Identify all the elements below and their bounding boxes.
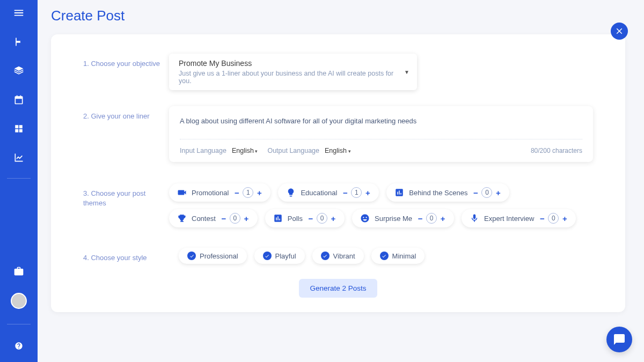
theme-plus-button[interactable]: + <box>439 214 447 223</box>
objective-title: Promote My Business <box>179 59 398 68</box>
step2-label: 2. Give your one liner <box>83 106 169 162</box>
theme-label: Expert Interview <box>484 215 534 223</box>
theme-icon <box>469 213 480 224</box>
create-post-card: 1. Choose your objective Promote My Busi… <box>51 34 625 312</box>
help-icon[interactable] <box>12 339 25 352</box>
theme-plus-button[interactable]: + <box>243 214 250 223</box>
theme-minus-button[interactable]: − <box>472 188 479 197</box>
theme-label: Surprise Me <box>375 215 412 223</box>
style-chip[interactable]: Vibrant <box>312 248 364 264</box>
theme-label: Educational <box>301 189 337 197</box>
theme-count: 1 <box>243 187 253 198</box>
styles-container: Professional Playful Vibrant Minimal <box>179 248 425 264</box>
chart-icon[interactable] <box>12 151 25 164</box>
theme-chip: Contest − 0 + <box>169 209 258 227</box>
theme-icon <box>273 213 283 224</box>
theme-label: Contest <box>192 215 216 223</box>
theme-minus-button[interactable]: − <box>416 214 424 223</box>
theme-count: 0 <box>230 213 240 224</box>
theme-icon <box>394 187 405 198</box>
check-icon <box>187 252 196 260</box>
check-icon <box>380 252 389 260</box>
oneliner-box: A blog about using different AI software… <box>169 106 593 162</box>
check-icon <box>263 252 272 260</box>
check-icon <box>321 252 330 260</box>
step3-label: 3. Choose your post themes <box>83 183 169 227</box>
theme-icon <box>286 187 296 198</box>
themes-container: Promotional − 1 + Educational − 1 + Behi… <box>169 183 593 227</box>
output-lang-dropdown[interactable]: English <box>325 147 351 154</box>
input-lang-label: Input Language <box>180 147 226 154</box>
style-chip[interactable]: Professional <box>179 248 247 264</box>
theme-minus-button[interactable]: − <box>341 188 349 197</box>
step1-label: 1. Choose your objective <box>83 54 169 90</box>
close-button[interactable] <box>611 23 628 40</box>
calendar-icon[interactable] <box>12 93 25 106</box>
theme-minus-button[interactable]: − <box>307 214 314 223</box>
style-label: Professional <box>200 252 238 260</box>
flag-icon[interactable] <box>12 35 25 48</box>
theme-chip: Promotional − 1 + <box>169 183 270 202</box>
objective-dropdown[interactable]: Promote My Business Just give us a 1-lin… <box>169 54 417 90</box>
theme-icon <box>177 213 187 224</box>
theme-icon <box>177 187 187 198</box>
theme-minus-button[interactable]: − <box>538 214 546 223</box>
objective-subtitle: Just give us a 1-liner about your busine… <box>179 70 398 85</box>
theme-count: 0 <box>548 213 559 224</box>
briefcase-icon[interactable] <box>12 265 25 278</box>
theme-label: Promotional <box>192 189 229 197</box>
theme-chip: Polls − 0 + <box>265 209 345 227</box>
theme-count: 1 <box>351 187 362 198</box>
style-chip[interactable]: Minimal <box>371 248 425 264</box>
theme-plus-button[interactable]: + <box>561 214 568 223</box>
style-label: Vibrant <box>333 252 355 260</box>
menu-icon[interactable] <box>12 6 25 19</box>
theme-plus-button[interactable]: + <box>330 214 337 223</box>
theme-count: 0 <box>317 213 327 224</box>
theme-label: Polls <box>288 215 303 223</box>
theme-chip: Expert Interview − 0 + <box>462 209 576 227</box>
sidebar <box>0 0 38 362</box>
input-lang-dropdown[interactable]: English <box>232 147 258 154</box>
style-label: Minimal <box>392 252 416 260</box>
theme-label: Behind the Scenes <box>409 189 467 197</box>
theme-chip: Surprise Me − 0 + <box>352 209 454 227</box>
theme-minus-button[interactable]: − <box>220 214 228 223</box>
avatar[interactable] <box>11 293 27 309</box>
output-lang-label: Output Language <box>267 147 319 154</box>
oneliner-input[interactable]: A blog about using different AI software… <box>180 117 582 139</box>
char-count: 80/200 characters <box>531 147 582 154</box>
chat-button[interactable] <box>606 327 632 352</box>
page-title: Create Post <box>51 8 125 24</box>
theme-chip: Behind the Scenes − 0 + <box>386 183 509 202</box>
theme-plus-button[interactable]: + <box>255 188 263 197</box>
theme-icon <box>360 213 370 224</box>
theme-minus-button[interactable]: − <box>233 188 240 197</box>
chevron-down-icon: ▼ <box>404 69 409 75</box>
theme-count: 0 <box>481 187 492 198</box>
grid-icon[interactable] <box>12 122 25 135</box>
style-label: Playful <box>275 252 296 260</box>
theme-chip: Educational − 1 + <box>278 183 379 202</box>
layers-icon[interactable] <box>12 64 25 77</box>
step4-label: 4. Choose your style <box>83 248 169 264</box>
generate-button[interactable]: Generate 2 Posts <box>299 279 377 298</box>
style-chip[interactable]: Playful <box>254 248 305 264</box>
theme-count: 0 <box>426 213 437 224</box>
theme-plus-button[interactable]: + <box>494 188 502 197</box>
theme-plus-button[interactable]: + <box>364 188 371 197</box>
